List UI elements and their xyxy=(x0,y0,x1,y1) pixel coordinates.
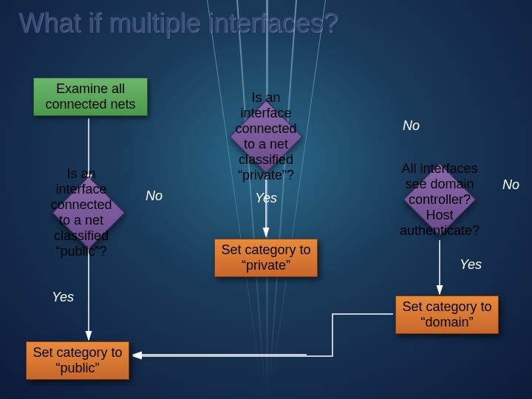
action-private: Set category to “private” xyxy=(214,239,318,277)
action-domain-label: Set category to “domain” xyxy=(402,299,492,330)
label-yes-domain: Yes xyxy=(460,257,482,273)
label-no-domain: No xyxy=(502,177,519,193)
label-yes-private: Yes xyxy=(255,191,277,206)
decision-private-label: Is an interface connected to a net class… xyxy=(235,90,296,183)
decision-public: Is an interface connected to a net class… xyxy=(63,187,115,239)
page-title: What if multiple interfaces? xyxy=(18,7,338,38)
action-private-label: Set category to “private” xyxy=(221,242,311,273)
start-label: Examine all connected nets xyxy=(40,81,141,112)
decision-domain: All interfaces see domain controller? Ho… xyxy=(414,174,466,225)
action-public: Set category to “public” xyxy=(26,341,129,380)
decision-domain-label: All interfaces see domain controller? Ho… xyxy=(400,161,480,239)
label-no-public: No xyxy=(146,188,163,204)
decision-public-label: Is an interface connected to a net class… xyxy=(48,166,115,259)
label-no-private: No xyxy=(403,118,420,134)
action-domain: Set category to “domain” xyxy=(395,296,499,334)
action-public-label: Set category to “public” xyxy=(33,345,123,376)
decision-private: Is an interface connected to a net class… xyxy=(240,111,292,163)
start-node: Examine all connected nets xyxy=(33,78,148,116)
label-yes-public: Yes xyxy=(52,290,74,305)
